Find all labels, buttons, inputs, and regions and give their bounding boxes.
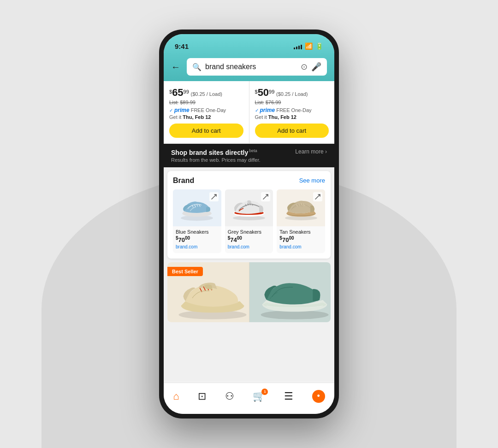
product-price-1: $6599 ($0.25 / Load) [169,87,243,99]
prime-check-icon-1: ✓ [169,108,173,113]
external-link-icon-1 [209,192,219,201]
brand-product-card-2[interactable]: Grey Sneakers $7400 brand.com [225,189,273,253]
camera-search-icon[interactable]: ⊙ [301,62,308,72]
add-to-cart-button-2[interactable]: Add to cart [255,124,329,138]
nav-home[interactable]: ⌂ [173,390,179,402]
brand-section-header: Brand See more [173,177,325,185]
external-link-icon-3 [313,192,322,201]
search-icon: 🔍 [192,63,202,71]
back-button[interactable]: ← [171,62,182,72]
brand-products-row: Blue Sneakers $7000 brand.com [173,189,325,253]
add-to-cart-button-1[interactable]: Add to cart [169,124,243,138]
phone-frame: 9:41 📶 🔋 ← 🔍 brand sneakers ⊙ � [159,29,339,419]
search-query: brand sneakers [205,63,297,71]
wifi-icon: 📶 [305,42,313,50]
prime-check-icon-2: ✓ [255,108,259,113]
phone-screen: 9:41 📶 🔋 ← 🔍 brand sneakers ⊙ � [164,34,334,414]
scroll-content: $6599 ($0.25 / Load) List: $89.99 ✓ prim… [164,81,334,382]
brand-product-site-2: brand.com [228,244,271,249]
brand-sites-title: Shop brand sites directlybeta [171,148,261,156]
brand-product-info-3: Tan Sneakers $7000 brand.com [277,226,325,253]
status-icons: 📶 🔋 [294,42,323,50]
bestseller-item-1[interactable]: Best Seller [167,262,249,322]
brand-section: Brand See more [167,171,331,259]
nav-tv[interactable]: ⊡ [198,390,206,402]
nav-amazon[interactable] [312,390,325,403]
signal-icon [294,43,302,49]
product-cards-row: $6599 ($0.25 / Load) List: $89.99 ✓ prim… [164,81,334,144]
cart-count: 1 [261,389,268,395]
bestseller-section: Best Seller [167,262,331,322]
search-right-icons: ⊙ 🎤 [301,62,321,72]
cart-badge: 🛒 1 [253,390,265,402]
brand-sites-banner: Shop brand sites directlybeta Results fr… [164,144,334,167]
person-icon: ⚇ [225,390,234,402]
tv-icon: ⊡ [198,390,206,402]
prime-row-1: ✓ prime FREE One-Day [169,107,243,113]
brand-product-price-2: $7400 [228,236,271,243]
brand-product-price-3: $7000 [279,236,322,243]
search-box[interactable]: 🔍 brand sneakers ⊙ 🎤 [187,58,327,76]
brand-product-name-2: Grey Sneakers [228,229,271,235]
learn-more-button[interactable]: Learn more › [295,148,327,155]
see-more-button[interactable]: See more [299,177,325,184]
brand-section-title: Brand [173,177,194,185]
brand-product-price-1: $7000 [176,236,219,243]
status-time: 9:41 [175,42,189,50]
bestseller-badge: Best Seller [167,267,203,276]
brand-product-site-3: brand.com [279,244,322,249]
bestseller-item-2[interactable] [249,262,331,322]
external-link-icon-2 [261,192,270,201]
nav-account[interactable]: ⚇ [225,390,234,402]
brand-sites-subtitle: Results from the web. Prices may differ. [171,157,261,163]
brand-product-info-2: Grey Sneakers $7400 brand.com [225,226,273,253]
product-card-2: $5099 ($0.25 / Load) List: $76.99 ✓ prim… [249,81,335,143]
brand-product-card-3[interactable]: Tan Sneakers $7000 brand.com [277,189,325,253]
product-list-price-1: List: $89.99 [169,100,243,105]
battery-icon: 🔋 [315,42,323,50]
brand-product-name-1: Blue Sneakers [176,229,219,235]
delivery-1: Get it Thu, Feb 12 [169,114,243,120]
product-card-1: $6599 ($0.25 / Load) List: $89.99 ✓ prim… [164,81,249,143]
microphone-icon[interactable]: 🎤 [311,62,321,72]
product-list-price-2: List: $76.99 [255,100,329,105]
product-price-2: $5099 ($0.25 / Load) [255,87,329,99]
status-bar: 9:41 📶 🔋 [164,34,334,54]
search-area: ← 🔍 brand sneakers ⊙ 🎤 [164,54,334,81]
nav-cart[interactable]: 🛒 1 [253,390,265,402]
prime-label-1: prime [174,107,190,113]
home-icon: ⌂ [173,390,179,402]
brand-product-info-1: Blue Sneakers $7000 brand.com [173,226,221,253]
bottom-nav: ⌂ ⊡ ⚇ 🛒 1 ☰ [164,383,334,414]
nav-menu[interactable]: ☰ [284,390,293,402]
delivery-2: Get it Thu, Feb 12 [255,114,329,120]
brand-product-site-1: brand.com [176,244,219,249]
prime-label-2: prime [260,107,275,113]
hamburger-icon: ☰ [284,390,293,402]
brand-product-card-1[interactable]: Blue Sneakers $7000 brand.com [173,189,221,253]
amazon-icon [312,390,325,403]
brand-product-name-3: Tan Sneakers [279,229,322,235]
prime-row-2: ✓ prime FREE One-Day [255,107,329,113]
